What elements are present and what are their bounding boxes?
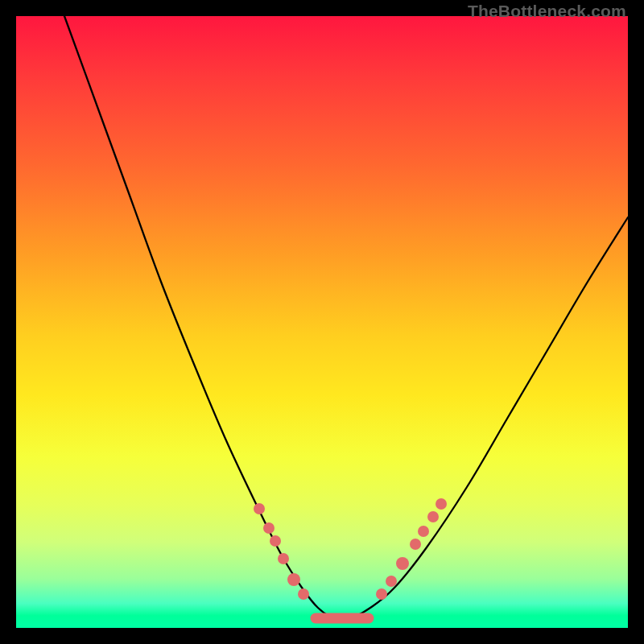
data-marker xyxy=(278,553,289,564)
chart-svg xyxy=(16,16,628,628)
data-marker xyxy=(287,573,300,586)
chart-frame: TheBottleneck.com xyxy=(0,0,644,644)
data-marker xyxy=(427,511,439,522)
data-marker xyxy=(436,498,447,510)
data-marker xyxy=(386,576,397,587)
data-marker xyxy=(263,522,275,534)
bottleneck-curve xyxy=(64,16,628,620)
data-marker xyxy=(270,535,281,547)
data-marker xyxy=(254,503,265,514)
data-marker xyxy=(298,588,309,600)
data-markers xyxy=(254,498,447,600)
data-marker xyxy=(418,526,429,537)
data-marker xyxy=(376,588,387,600)
data-marker xyxy=(396,557,409,570)
data-marker xyxy=(410,539,421,550)
